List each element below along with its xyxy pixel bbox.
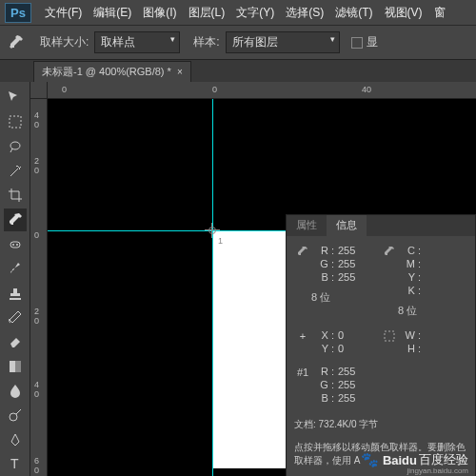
toolbox: T <box>0 82 30 476</box>
menu-view[interactable]: 视图(V) <box>379 5 428 21</box>
menu-text[interactable]: 文字(Y) <box>230 5 280 21</box>
svg-text:T: T <box>10 456 19 471</box>
guide-vertical[interactable] <box>212 99 213 476</box>
show-checkbox-label: 显 <box>367 34 378 50</box>
menu-bar: Ps 文件(F) 编辑(E) 图像(I) 图层(L) 文字(Y) 选择(S) 滤… <box>0 0 476 25</box>
info-r-value: 255 <box>338 245 355 256</box>
svg-rect-9 <box>385 331 394 341</box>
sampler-r: 255 <box>338 366 355 377</box>
doc-size-label: 文档: <box>294 419 316 429</box>
sample-size-dropdown[interactable]: 取样点 <box>94 31 180 53</box>
sample-number: #1 <box>294 365 311 405</box>
wand-tool[interactable] <box>4 160 27 183</box>
info-g-value: 255 <box>338 258 355 269</box>
close-icon[interactable]: × <box>177 67 183 77</box>
crosshair-icon: + <box>294 328 311 355</box>
watermark-url: jingyan.baidu.com <box>407 466 468 475</box>
sample-size-label: 取样大小: <box>40 34 89 50</box>
marquee-tool[interactable] <box>4 111 27 134</box>
document-tab-bar: 未标题-1 @ 400%(RGB/8) * × <box>0 59 476 82</box>
tab-info[interactable]: 信息 <box>327 215 367 236</box>
watermark: 🐾 Baidu 百度经验 jingyan.baidu.com <box>361 451 468 468</box>
pen-tool[interactable] <box>4 428 27 451</box>
watermark-brand: Baidu <box>383 453 417 467</box>
ruler-horizontal[interactable]: 0 0 40 <box>48 82 476 99</box>
type-tool[interactable]: T <box>4 452 27 475</box>
menu-file[interactable]: 文件(F) <box>39 5 88 21</box>
sampler-g: 255 <box>338 379 355 390</box>
menu-layer[interactable]: 图层(L) <box>183 5 231 21</box>
ruler-vertical[interactable]: 40 20 0 20 40 60 <box>30 99 48 476</box>
tab-properties[interactable]: 属性 <box>287 215 327 236</box>
info-panel: 属性 信息 R :255 G :255 B :255 8 位 C : M : Y… <box>286 214 476 476</box>
color-sample-point[interactable]: 1 <box>205 223 220 238</box>
document-tab-title: 未标题-1 @ 400%(RGB/8) * <box>42 65 171 79</box>
svg-point-7 <box>10 413 17 421</box>
gradient-tool[interactable] <box>4 355 27 378</box>
app-logo: Ps <box>5 3 31 23</box>
svg-rect-0 <box>10 116 21 128</box>
show-ring-checkbox[interactable] <box>351 37 363 49</box>
panel-tabs: 属性 信息 <box>287 215 475 236</box>
healing-tool[interactable] <box>4 233 27 256</box>
svg-rect-2 <box>10 242 20 248</box>
info-x-value: 0 <box>338 329 344 341</box>
svg-point-3 <box>12 244 14 246</box>
move-tool[interactable] <box>4 87 27 109</box>
menu-window[interactable]: 窗 <box>428 5 451 21</box>
svg-rect-6 <box>10 361 15 372</box>
eraser-tool[interactable] <box>4 330 27 353</box>
menu-edit[interactable]: 编辑(E) <box>88 5 137 21</box>
lasso-tool[interactable] <box>4 135 27 158</box>
crop-tool[interactable] <box>4 185 27 208</box>
stamp-tool[interactable] <box>4 282 27 305</box>
doc-size-value: 732.4K/0 字节 <box>319 419 379 429</box>
menu-image[interactable]: 图像(I) <box>137 5 182 21</box>
eyedropper-tool[interactable] <box>4 208 27 231</box>
dimensions-icon <box>381 328 398 355</box>
eyedropper-icon <box>381 244 398 319</box>
brush-tool[interactable] <box>4 257 27 280</box>
sample-dropdown[interactable]: 所有图层 <box>226 31 340 53</box>
menu-filter[interactable]: 滤镜(T) <box>329 5 378 21</box>
sampler-b: 255 <box>338 392 355 404</box>
svg-point-4 <box>16 244 18 246</box>
info-depth2: 8 位 <box>398 304 417 318</box>
dodge-tool[interactable] <box>4 404 27 426</box>
options-bar: 取样大小: 取样点 样本: 所有图层 显 <box>0 25 476 59</box>
document-tab[interactable]: 未标题-1 @ 400%(RGB/8) * × <box>33 61 191 82</box>
ruler-corner <box>30 82 48 99</box>
history-brush-tool[interactable] <box>4 307 27 329</box>
blur-tool[interactable] <box>4 380 27 403</box>
menu-select[interactable]: 选择(S) <box>280 5 329 21</box>
sample-label: 样本: <box>193 34 219 50</box>
info-b-value: 255 <box>338 271 355 283</box>
info-depth: 8 位 <box>311 290 330 305</box>
paw-icon: 🐾 <box>361 451 379 468</box>
eyedropper-icon <box>294 244 311 319</box>
eyedropper-tool-icon <box>8 34 25 51</box>
info-y-coord: 0 <box>338 343 344 354</box>
svg-point-1 <box>10 142 20 149</box>
